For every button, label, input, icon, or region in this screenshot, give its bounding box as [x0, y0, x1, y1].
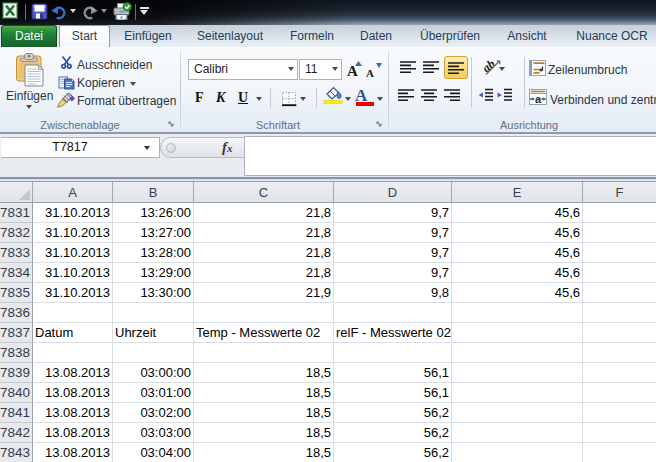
- svg-text:a: a: [535, 93, 542, 105]
- svg-text:ab: ab: [483, 58, 498, 75]
